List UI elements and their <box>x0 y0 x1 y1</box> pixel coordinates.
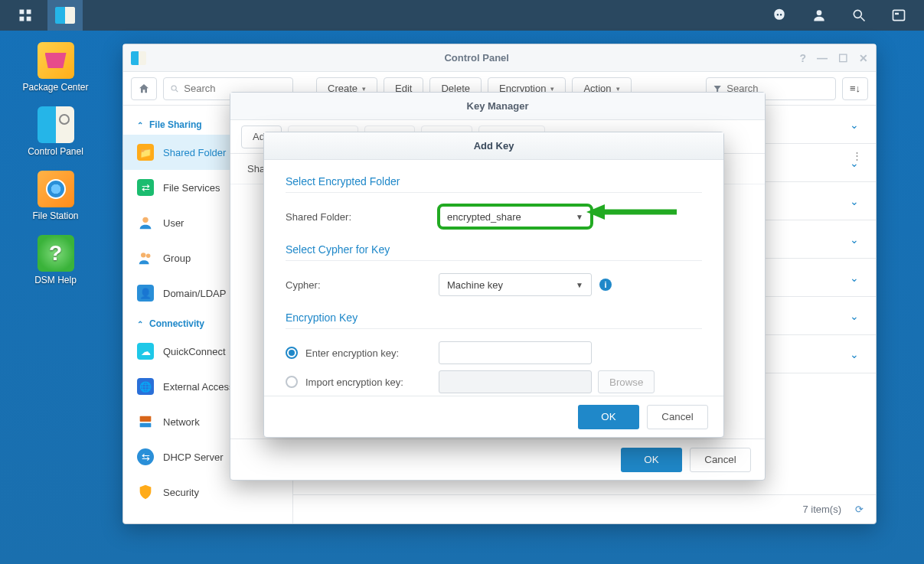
user-icon[interactable] <box>802 0 837 31</box>
taskbar-app-control-panel[interactable] <box>47 0 83 31</box>
cypher-select[interactable]: Machine key ▼ <box>439 273 592 296</box>
svg-point-5 <box>854 10 861 18</box>
km-ok-button[interactable]: OK <box>621 448 682 472</box>
minimize-icon[interactable]: — <box>817 52 828 64</box>
section-encryption-key: Encryption Key <box>286 307 702 329</box>
browse-button: Browse <box>598 370 655 393</box>
sort-button[interactable]: ≡↓ <box>842 77 868 100</box>
desktop-icon-dsm-help[interactable]: DSM Help <box>18 235 94 285</box>
home-button[interactable] <box>131 77 157 100</box>
import-key-radio[interactable] <box>286 376 298 388</box>
svg-rect-15 <box>140 423 152 428</box>
encryption-key-input[interactable] <box>439 341 592 364</box>
desktop-icons: Package Center Control Panel File Statio… <box>8 42 103 285</box>
main-menu-icon[interactable] <box>8 0 43 31</box>
svg-line-6 <box>861 18 865 21</box>
maximize-icon[interactable]: ☐ <box>838 52 848 64</box>
svg-rect-3 <box>27 17 31 21</box>
ak-cancel-button[interactable]: Cancel <box>647 405 708 429</box>
label: File Station <box>32 210 78 221</box>
chevron-down-icon: ▼ <box>576 281 583 289</box>
enter-key-radio[interactable] <box>286 347 298 359</box>
desktop-icon-package-center[interactable]: Package Center <box>18 42 94 93</box>
help-icon[interactable]: ? <box>799 52 806 64</box>
svg-rect-8 <box>895 13 899 15</box>
svg-point-11 <box>142 217 148 223</box>
chevron-down-icon: ⌄ <box>850 310 859 322</box>
section-select-folder: Select Encrypted Folder <box>286 171 702 193</box>
window-title: Control Panel <box>154 52 799 64</box>
desktop-icon-control-panel[interactable]: Control Panel <box>18 106 94 157</box>
info-icon[interactable]: i <box>599 279 612 291</box>
chevron-down-icon: ⌄ <box>850 233 859 246</box>
svg-point-12 <box>141 253 145 257</box>
window-add-key: Add Key Select Encrypted Folder Shared F… <box>263 132 724 438</box>
dialog-title[interactable]: Key Manager <box>230 93 765 120</box>
shared-folder-value: encrypted_share <box>447 211 521 223</box>
label: Package Center <box>22 82 88 93</box>
enter-key-label: Enter encryption key: <box>305 347 399 359</box>
shared-folder-select[interactable]: encrypted_share ▼ <box>439 205 592 228</box>
svg-rect-0 <box>20 10 24 15</box>
chevron-down-icon: ▼ <box>576 213 583 221</box>
notifications-icon[interactable] <box>762 0 797 31</box>
ak-ok-button[interactable]: OK <box>578 405 639 429</box>
refresh-icon[interactable]: ⟳ <box>855 504 864 515</box>
label: Control Panel <box>28 146 83 157</box>
km-cancel-button[interactable]: Cancel <box>690 448 751 472</box>
search-icon[interactable] <box>841 0 877 31</box>
svg-line-10 <box>176 90 178 92</box>
label: DSM Help <box>34 275 77 285</box>
svg-rect-7 <box>893 10 905 20</box>
import-key-label: Import encryption key: <box>305 377 403 388</box>
chevron-down-icon: ⌄ <box>850 119 859 131</box>
desktop-icon-file-station[interactable]: File Station <box>18 171 94 221</box>
chevron-down-icon: ⌄ <box>850 348 859 360</box>
svg-point-4 <box>817 10 822 15</box>
svg-rect-1 <box>27 10 31 15</box>
window-titlebar[interactable]: Control Panel ? — ☐ ✕ <box>123 44 876 72</box>
app-icon <box>131 51 146 65</box>
row-menu-icon[interactable]: ⋮ <box>852 150 862 161</box>
dialog-title[interactable]: Add Key <box>264 132 723 160</box>
svg-point-9 <box>171 85 176 90</box>
shared-folder-label: Shared Folder: <box>286 211 439 223</box>
cypher-value: Machine key <box>447 279 503 291</box>
cypher-label: Cypher: <box>286 279 439 291</box>
widgets-icon[interactable] <box>881 0 916 31</box>
section-select-cypher: Select Cypher for Key <box>286 239 702 261</box>
chevron-down-icon: ⌄ <box>850 195 859 207</box>
status-bar: 7 item(s) ⟳ <box>293 494 876 523</box>
chevron-down-icon: ⌄ <box>850 272 859 284</box>
import-key-path <box>439 370 592 393</box>
svg-rect-2 <box>20 17 24 21</box>
svg-point-13 <box>146 254 151 259</box>
close-icon[interactable]: ✕ <box>859 52 868 64</box>
svg-rect-14 <box>140 416 152 422</box>
item-count: 7 item(s) <box>802 504 841 515</box>
top-taskbar <box>0 0 924 31</box>
